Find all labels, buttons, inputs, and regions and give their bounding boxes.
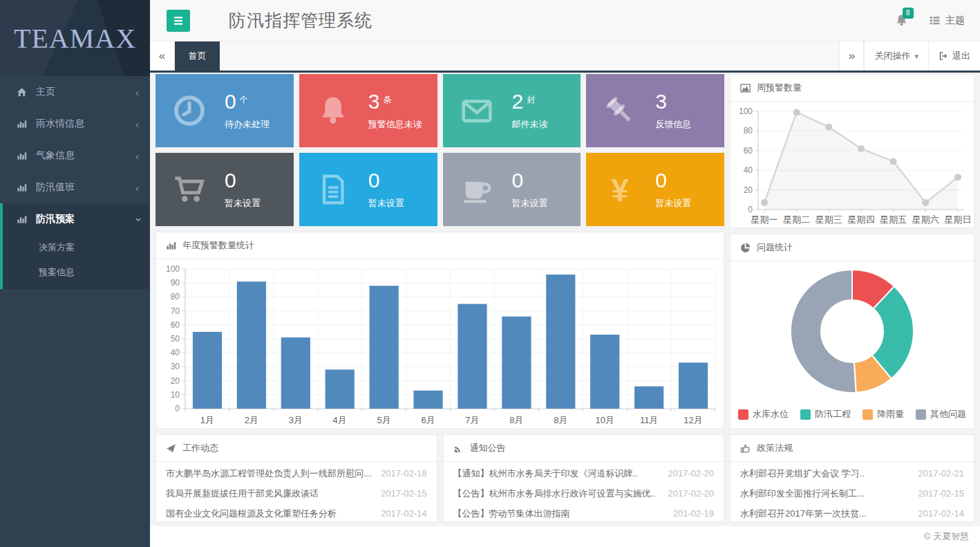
- svg-text:星期六: 星期六: [912, 214, 939, 225]
- notifications-button[interactable]: 8: [895, 14, 908, 27]
- sidebar-group-flood-plan: 防汛预案‹决策方案预案信息: [0, 203, 150, 289]
- stat-card-unset-money[interactable]: ¥0暂未设置: [586, 153, 724, 226]
- stat-card-mail-unread[interactable]: 2封邮件未读: [443, 74, 581, 147]
- legend-label: 防汛工程: [815, 408, 851, 420]
- stat-card-unset-file[interactable]: 0暂未设置: [299, 153, 437, 226]
- angle-left-icon: ‹: [135, 182, 139, 194]
- paper-plane-icon: [166, 443, 176, 454]
- stat-card-warnings-unread[interactable]: 3条预警信息未读: [299, 74, 437, 147]
- svg-text:星期二: 星期二: [783, 214, 810, 225]
- stat-card-unset-cart[interactable]: 0暂未设置: [156, 153, 294, 226]
- bar-chart-svg: 01020304050607080901001月2月3月4月5月6月7月8月8月…: [156, 259, 724, 428]
- thumb-up-icon: [740, 443, 751, 454]
- news-date: 2017-02-14: [918, 508, 965, 519]
- logout-label: 退出: [952, 50, 970, 62]
- notice-news-item[interactable]: 【公告】杭州市水务局排水行政许可设置与实施优..2017-02-20: [453, 483, 715, 503]
- svg-text:3月: 3月: [289, 415, 303, 425]
- policy-news-item[interactable]: 水利部印发全面推行河长制工...2017-02-15: [740, 483, 964, 503]
- rss-icon: [453, 443, 464, 454]
- notice-news-item[interactable]: 【公告】劳动节集体出游指南201-02-19: [453, 503, 715, 523]
- policy-list: 水利部召开党组扩大会议 学习..2017-02-21水利部印发全面推行河长制工.…: [731, 462, 974, 523]
- panel-title: 问题统计: [757, 241, 793, 254]
- sidebar-subitem-plan-info[interactable]: 预案信息: [3, 260, 150, 285]
- news-date: 2017-02-20: [668, 468, 715, 479]
- sidebar-item-flood-plan[interactable]: 防汛预案‹: [3, 203, 150, 235]
- stat-card-unset-coffee[interactable]: 0暂未设置: [443, 153, 581, 226]
- coffee-icon: [461, 174, 493, 205]
- news-date: 2017-02-21: [918, 468, 965, 479]
- sidebar-item-home[interactable]: 主页‹: [0, 76, 150, 108]
- dashboard-content: 0个待办未处理3条预警信息未读2封邮件未读3反馈信息0暂未设置0暂未设置0暂未设…: [150, 73, 980, 526]
- scroll-tabs-right-button[interactable]: »: [839, 41, 864, 71]
- notice-news-item[interactable]: 【通知】杭州市水务局关于印发《河道标识牌..2017-02-20: [453, 463, 715, 483]
- theme-label: 主题: [945, 15, 965, 27]
- close-operations-dropdown[interactable]: 关闭操作 ▾: [864, 41, 928, 71]
- year-warning-panel: 年度预警数量统计 01020304050607080901001月2月3月4月5…: [156, 232, 724, 429]
- angle-left-icon: ‹: [135, 118, 139, 130]
- legend-item[interactable]: 防汛工程: [800, 408, 851, 420]
- svg-text:10月: 10月: [595, 415, 614, 425]
- stat-card-todo-pending[interactable]: 0个待办未处理: [156, 74, 294, 147]
- stat-value: 2: [512, 91, 524, 112]
- svg-text:8月: 8月: [509, 415, 523, 425]
- policy-panel-header: 政策法规: [731, 435, 974, 462]
- content-right-column: 周预警数量 020406080100星期一星期二星期三星期四星期五星期六星期日 …: [730, 74, 974, 522]
- scroll-tabs-left-button[interactable]: «: [150, 41, 175, 71]
- news-date: 2017-02-14: [381, 508, 427, 519]
- svg-text:12月: 12月: [684, 415, 702, 425]
- stat-card-feedback[interactable]: 3反馈信息: [586, 74, 724, 147]
- svg-text:80: 80: [171, 292, 180, 302]
- sidebar-item-rainfall-info[interactable]: 雨水情信息‹: [0, 108, 150, 140]
- donut-chart-svg: [731, 261, 974, 400]
- year-warning-bar-chart: 01020304050607080901001月2月3月4月5月6月7月8月8月…: [156, 259, 724, 428]
- news-title: 水利部召开党组扩大会议 学习..: [740, 467, 910, 480]
- bar-chart-icon: [17, 183, 27, 193]
- legend-item[interactable]: 降雨量: [863, 408, 904, 420]
- clock-icon: [173, 95, 205, 127]
- svg-text:70: 70: [171, 306, 180, 316]
- svg-text:11月: 11月: [640, 415, 659, 425]
- policy-news-item[interactable]: 水利部召开2017年第一次扶贫...2017-02-14: [740, 503, 964, 523]
- menu-toggle-button[interactable]: [167, 10, 190, 32]
- theme-button[interactable]: 主题: [929, 15, 965, 27]
- footer: © 天夏智慧: [150, 526, 980, 547]
- svg-text:0: 0: [175, 404, 180, 414]
- legend-item[interactable]: 水库水位: [738, 408, 789, 420]
- svg-text:40: 40: [744, 165, 753, 175]
- logout-button[interactable]: 退出: [928, 41, 980, 71]
- legend-item[interactable]: 其他问题: [916, 408, 966, 420]
- panel-title: 政策法规: [757, 442, 793, 454]
- angle-double-left-icon: «: [159, 49, 165, 63]
- app-root: TEAMAX 主页‹雨水情信息‹气象信息‹防汛值班‹防汛预案‹决策方案预案信息 …: [0, 0, 980, 547]
- sidebar-item-label: 防汛预案: [36, 213, 135, 225]
- sidebar-item-flood-duty[interactable]: 防汛值班‹: [0, 171, 150, 203]
- stat-label: 预警信息未读: [368, 118, 422, 131]
- sidebar-subitem-decision-plan[interactable]: 决策方案: [3, 235, 150, 260]
- policy-news-item[interactable]: 水利部召开党组扩大会议 学习..2017-02-21: [740, 463, 964, 483]
- gavel-icon: [604, 95, 636, 127]
- svg-text:2月: 2月: [245, 415, 258, 425]
- stat-value: 3: [368, 91, 380, 112]
- svg-text:60: 60: [744, 146, 753, 156]
- stat-label: 暂未设置: [655, 197, 691, 210]
- work-news-item[interactable]: 国有企业文化问题根源及文化重塑任务分析2017-02-14: [166, 503, 427, 523]
- svg-text:60: 60: [171, 320, 180, 330]
- sidebar-group-flood-duty: 防汛值班‹: [0, 171, 150, 203]
- stat-value: 3: [655, 91, 667, 112]
- legend-label: 降雨量: [877, 408, 904, 420]
- bar-chart-icon: [166, 241, 176, 251]
- work-news-item[interactable]: 我局开展新提拔任用干部党风廉政谈话2017-02-15: [166, 483, 427, 503]
- sidebar: TEAMAX 主页‹雨水情信息‹气象信息‹防汛值班‹防汛预案‹决策方案预案信息: [0, 0, 150, 547]
- work-trends-panel: 工作动态 市大鹏半岛水源工程管理处负责人到一线部所慰问新春2017-02-18我…: [156, 434, 437, 522]
- legend-swatch: [800, 409, 811, 420]
- sidebar-item-weather-info[interactable]: 气象信息‹: [0, 140, 150, 171]
- work-news-item[interactable]: 市大鹏半岛水源工程管理处负责人到一线部所慰问新春2017-02-18: [166, 463, 427, 483]
- news-title: 水利部印发全面推行河长制工...: [740, 488, 910, 500]
- panel-title: 年度预警数量统计: [182, 239, 254, 252]
- area-chart-icon: [740, 83, 751, 93]
- sidebar-group-weather-info: 气象信息‹: [0, 140, 150, 171]
- tab-home[interactable]: 首页: [175, 41, 220, 71]
- stat-value: 0: [368, 170, 380, 191]
- sidebar-item-label: 气象信息: [36, 149, 135, 162]
- bottom-row: 工作动态 市大鹏半岛水源工程管理处负责人到一线部所慰问新春2017-02-18我…: [156, 434, 724, 522]
